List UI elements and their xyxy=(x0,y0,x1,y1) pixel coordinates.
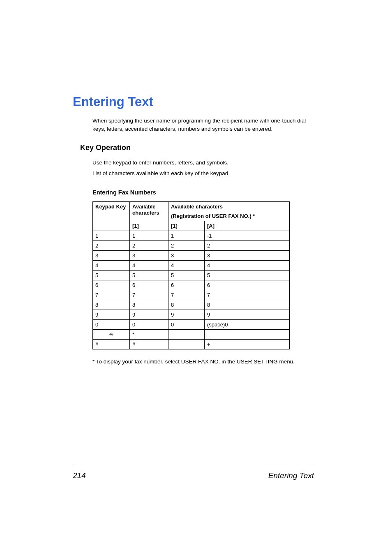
cell-a: 2 xyxy=(130,241,168,251)
header-col2: [1] xyxy=(168,221,205,231)
header-col1: [1] xyxy=(130,221,168,231)
cell-c: 2 xyxy=(205,241,290,251)
cell-key: 0 xyxy=(93,320,130,330)
table-row: 0 0 0 (space)0 xyxy=(93,320,290,330)
cell-b: 1 xyxy=(168,231,205,241)
cell-a: # xyxy=(130,340,168,349)
table-row: 3 3 3 3 xyxy=(93,251,290,261)
table-row: # # + xyxy=(93,340,290,349)
cell-a: 8 xyxy=(130,300,168,310)
sub-heading: Key Operation xyxy=(80,143,314,152)
cell-key: 2 xyxy=(93,241,130,251)
cell-c: 9 xyxy=(205,310,290,320)
header-col3: [A] xyxy=(205,221,290,231)
cell-c: 5 xyxy=(205,271,290,280)
cell-b xyxy=(168,330,205,340)
cell-b: 9 xyxy=(168,310,205,320)
cell-b: 0 xyxy=(168,320,205,330)
cell-key: 9 xyxy=(93,310,130,320)
cell-c: -1 xyxy=(205,231,290,241)
cell-a: 7 xyxy=(130,290,168,300)
footer-section: Entering Text xyxy=(268,471,314,480)
cell-key: ✳ xyxy=(93,330,130,340)
table-row: 5 5 5 5 xyxy=(93,271,290,280)
asterisk-icon: ✳ xyxy=(109,331,113,338)
cell-b: 5 xyxy=(168,271,205,280)
cell-key: 5 xyxy=(93,271,130,280)
cell-c: 6 xyxy=(205,280,290,290)
cell-key: 4 xyxy=(93,261,130,271)
cell-a: 4 xyxy=(130,261,168,271)
cell-c: 7 xyxy=(205,290,290,300)
cell-key: 6 xyxy=(93,280,130,290)
table-row: 4 4 4 4 xyxy=(93,261,290,271)
cell-a: 1 xyxy=(130,231,168,241)
table-row: 6 6 6 6 xyxy=(93,280,290,290)
body-paragraph-1: Use the keypad to enter numbers, letters… xyxy=(92,159,314,167)
header-keypad-key: Keypad Key xyxy=(93,202,130,221)
cell-b: 3 xyxy=(168,251,205,261)
cell-a: * xyxy=(130,330,168,340)
cell-c: 8 xyxy=(205,300,290,310)
table-row: 8 8 8 8 xyxy=(93,300,290,310)
cell-key: # xyxy=(93,340,130,349)
table-title: Entering Fax Numbers xyxy=(92,189,314,196)
cell-c: 4 xyxy=(205,261,290,271)
cell-a: 3 xyxy=(130,251,168,261)
main-heading: Entering Text xyxy=(73,95,314,109)
cell-a: 6 xyxy=(130,280,168,290)
table-row: 1 1 1 -1 xyxy=(93,231,290,241)
cell-b: 8 xyxy=(168,300,205,310)
table-row: 7 7 7 7 xyxy=(93,290,290,300)
footer-rule xyxy=(73,466,314,466)
keypad-table: Keypad Key Available characters Availabl… xyxy=(92,201,290,349)
cell-b: 6 xyxy=(168,280,205,290)
footnote: * To display your fax number, select USE… xyxy=(92,358,314,366)
cell-c xyxy=(205,330,290,340)
cell-b: 4 xyxy=(168,261,205,271)
cell-a: 5 xyxy=(130,271,168,280)
cell-c: (space)0 xyxy=(205,320,290,330)
table-row: 2 2 2 2 xyxy=(93,241,290,251)
page-number: 214 xyxy=(73,471,86,480)
intro-paragraph: When specifying the user name or program… xyxy=(92,117,314,134)
body-paragraph-2: List of characters available with each k… xyxy=(92,169,314,178)
cell-key: 1 xyxy=(93,231,130,241)
cell-key: 3 xyxy=(93,251,130,261)
table-row: 9 9 9 9 xyxy=(93,310,290,320)
cell-a: 0 xyxy=(130,320,168,330)
page-footer: 214 Entering Text xyxy=(73,466,314,480)
cell-b xyxy=(168,340,205,349)
header-registration: (Registration of USER FAX NO.) * xyxy=(168,211,290,221)
header-available-chars-top: Available characters xyxy=(168,202,290,212)
header-blank xyxy=(93,221,130,231)
cell-key: 8 xyxy=(93,300,130,310)
table-row: ✳ * xyxy=(93,330,290,340)
cell-b: 2 xyxy=(168,241,205,251)
cell-c: 3 xyxy=(205,251,290,261)
cell-b: 7 xyxy=(168,290,205,300)
header-available-chars: Available characters xyxy=(130,202,168,221)
cell-a: 9 xyxy=(130,310,168,320)
cell-key: 7 xyxy=(93,290,130,300)
cell-c: + xyxy=(205,340,290,349)
